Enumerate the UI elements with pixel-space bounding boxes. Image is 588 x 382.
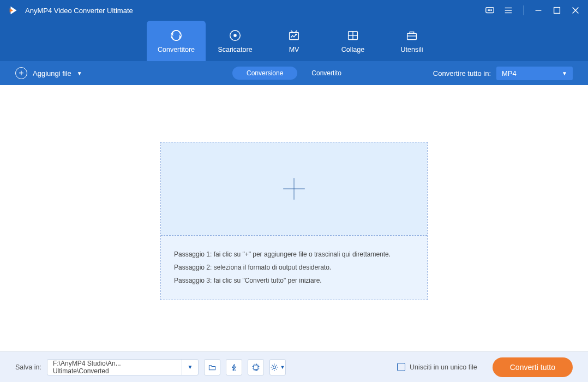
feedback-icon[interactable] [485, 5, 495, 15]
svg-point-4 [489, 10, 490, 10]
maximize-icon[interactable] [552, 5, 562, 15]
merge-checkbox[interactable]: Unisciti in un unico file [397, 363, 477, 371]
nav-label: MV [289, 46, 299, 53]
dropzone-instructions: Passaggio 1: fai clic su "+" per aggiung… [161, 235, 427, 300]
downloader-icon [228, 28, 242, 43]
title-controls [485, 5, 580, 15]
plus-circle-icon: + [15, 67, 27, 79]
plus-icon [279, 174, 309, 204]
convert-all-label: Convertire tutto in: [433, 69, 491, 77]
checkbox-icon [397, 363, 405, 371]
nav-tab-downloader[interactable]: Scaricatore [206, 21, 265, 61]
minimize-icon[interactable] [533, 5, 543, 15]
chevron-down-icon: ▼ [280, 365, 285, 370]
svg-rect-23 [407, 33, 417, 39]
svg-point-3 [488, 10, 489, 10]
menu-icon[interactable] [503, 5, 513, 15]
toolbar: + Aggiungi file ▼ Conversione Convertito… [0, 61, 588, 85]
step-1: Passaggio 1: fai clic su "+" per aggiung… [174, 249, 414, 260]
svg-text:OFF: OFF [232, 369, 237, 372]
nav-tab-mv[interactable]: MV [265, 21, 323, 61]
gpu-button[interactable]: OFF [248, 359, 264, 375]
add-file-label: Aggiungi file [33, 69, 71, 77]
segment-conversion[interactable]: Conversione [232, 67, 297, 80]
collage-icon [346, 28, 360, 43]
convert-all-format: Convertire tutto in: MP4 ▼ [433, 67, 573, 80]
convert-all-button[interactable]: Converti tutto [493, 357, 573, 377]
svg-rect-10 [554, 8, 560, 14]
svg-point-15 [233, 34, 237, 37]
main-area: Passaggio 1: fai clic su "+" per aggiung… [0, 85, 588, 351]
speed-button[interactable]: OFF [226, 359, 242, 375]
save-in-label: Salva in: [15, 363, 41, 371]
toolbox-icon [405, 28, 419, 43]
save-path-select: F:\AnyMP4 Studio\An... Ultimate\Converte… [47, 359, 199, 375]
svg-point-5 [491, 10, 491, 10]
converter-icon [169, 28, 183, 43]
format-selected-value: MP4 [502, 69, 517, 77]
nav-tab-tools[interactable]: Utensili [382, 21, 441, 61]
nav-tab-converter[interactable]: Convertitore [147, 21, 206, 61]
close-icon[interactable] [571, 5, 580, 15]
app-logo-icon [8, 4, 20, 16]
nav-label: Utensili [401, 46, 423, 53]
add-file-button[interactable]: + Aggiungi file ▼ [15, 67, 82, 79]
title-bar: AnyMP4 Video Converter Ultimate [0, 0, 588, 21]
folder-icon [208, 363, 217, 372]
step-3: Passaggio 3: fai clic su "Converti tutto… [174, 276, 414, 286]
segment-control: Conversione Convertito [232, 67, 356, 80]
save-path-value: F:\AnyMP4 Studio\An... Ultimate\Converte… [47, 360, 182, 375]
merge-label: Unisciti in un unico file [410, 363, 477, 371]
gear-icon [270, 363, 279, 372]
open-folder-button[interactable] [204, 359, 220, 375]
svg-text:OFF: OFF [254, 369, 259, 372]
format-select[interactable]: MP4 ▼ [496, 67, 573, 80]
segment-converted[interactable]: Convertito [297, 67, 356, 80]
step-2: Passaggio 2: seleziona il formato di out… [174, 262, 414, 273]
nav-label: Collage [341, 46, 364, 53]
dropzone: Passaggio 1: fai clic su "+" per aggiung… [160, 142, 428, 301]
app-title: AnyMP4 Video Converter Ultimate [25, 7, 485, 15]
chevron-down-icon: ▼ [562, 70, 567, 76]
nav-label: Convertitore [158, 46, 195, 53]
nav-tab-collage[interactable]: Collage [323, 21, 382, 61]
mv-icon [287, 28, 301, 43]
main-nav: Convertitore Scaricatore MV Collage Uten… [0, 21, 588, 61]
svg-point-19 [295, 34, 297, 35]
divider [523, 5, 524, 15]
bottom-bar: Salva in: F:\AnyMP4 Studio\An... Ultimat… [0, 351, 588, 382]
dropzone-add-area[interactable] [161, 142, 427, 235]
lightning-icon: OFF [230, 363, 238, 372]
chevron-down-icon: ▼ [77, 70, 82, 76]
svg-rect-18 [290, 32, 299, 39]
save-path-dropdown[interactable]: ▼ [182, 360, 198, 375]
svg-point-38 [273, 366, 276, 368]
settings-button[interactable]: ▼ [269, 359, 286, 375]
nav-label: Scaricatore [218, 46, 252, 53]
chip-icon: OFF [251, 363, 260, 372]
